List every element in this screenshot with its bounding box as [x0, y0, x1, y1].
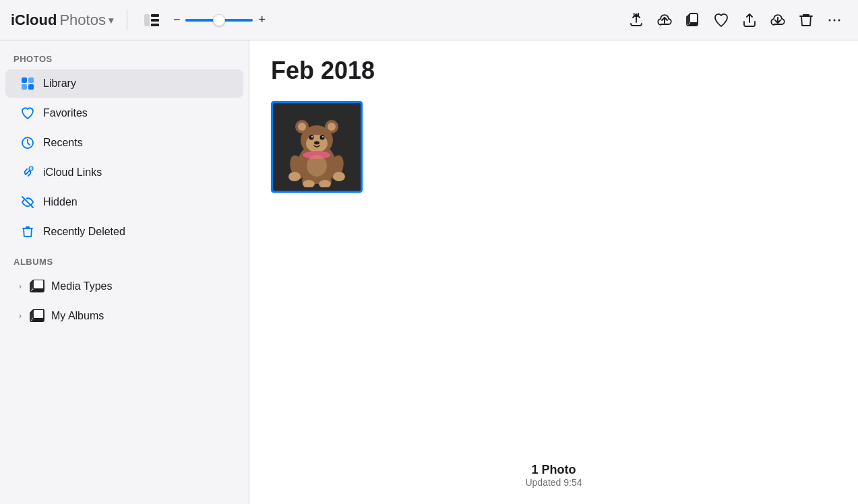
icloud-links-icon [19, 164, 36, 181]
svg-rect-8 [690, 13, 698, 23]
albums-section: Albums › Media Types › [0, 257, 249, 330]
svg-rect-23 [33, 309, 44, 319]
photos-section-label: Photos [0, 54, 249, 69]
download-button[interactable] [765, 7, 791, 33]
content-title: Feb 2018 [271, 57, 836, 85]
sidebar: Photos Library Favorites [0, 40, 249, 504]
share-button[interactable] [737, 7, 762, 33]
svg-rect-1 [151, 14, 159, 17]
upload-cloud-button[interactable] [652, 7, 677, 33]
favorite-button[interactable] [708, 7, 734, 33]
toolbar-divider [127, 10, 127, 30]
photos-grid [249, 96, 858, 198]
app-title: iCloud Photos ▾ [11, 11, 113, 29]
sidebar-item-recently-deleted[interactable]: Recently Deleted [5, 218, 243, 246]
zoom-control: − + [173, 13, 266, 27]
sidebar-item-favorites[interactable]: Favorites [5, 99, 243, 127]
photo-thumb-1[interactable] [271, 101, 363, 193]
app-title-chevron: ▾ [109, 15, 113, 26]
svg-point-35 [322, 136, 324, 137]
recents-icon [19, 134, 36, 152]
my-albums-chevron: › [19, 311, 22, 321]
sidebar-item-recents[interactable]: Recents [5, 129, 243, 157]
svg-point-46 [307, 155, 327, 177]
sidebar-item-icloud-links[interactable]: iCloud Links [5, 158, 243, 187]
sidebar-item-hidden[interactable]: Hidden [5, 188, 243, 216]
zoom-slider[interactable] [185, 19, 253, 22]
delete-button[interactable] [793, 7, 819, 33]
recently-deleted-icon [19, 223, 36, 241]
app-title-photos: Photos [59, 11, 106, 29]
more-button[interactable] [822, 7, 847, 33]
updated-time: Updated 9:54 [525, 477, 582, 488]
svg-rect-0 [144, 14, 150, 26]
my-albums-icon [28, 307, 46, 325]
svg-point-9 [829, 19, 831, 21]
sidebar-item-media-types[interactable]: › Media Types [5, 272, 243, 301]
content-footer: 1 Photo Updated 9:54 [525, 463, 582, 488]
hidden-icon [19, 193, 36, 211]
svg-point-40 [288, 172, 301, 181]
svg-rect-3 [151, 24, 159, 26]
toolbar-right [623, 7, 847, 33]
library-icon [19, 75, 36, 92]
library-label: Library [43, 77, 76, 90]
media-types-chevron: › [19, 282, 22, 291]
main-layout: Photos Library Favorites [0, 40, 858, 504]
svg-point-41 [333, 172, 345, 181]
svg-point-32 [309, 135, 314, 140]
sidebar-item-library[interactable]: Library [5, 69, 243, 98]
albums-section-label: Albums [0, 257, 249, 272]
favorites-icon [19, 104, 36, 122]
svg-rect-15 [28, 84, 34, 90]
photo-count: 1 Photo [525, 463, 582, 477]
zoom-plus-button[interactable]: + [258, 13, 266, 27]
svg-rect-20 [33, 280, 44, 289]
albums-button[interactable] [680, 7, 706, 33]
content-area: Feb 2018 [249, 40, 858, 504]
app-title-icloud: iCloud [11, 11, 57, 29]
content-header: Feb 2018 [249, 40, 858, 96]
media-types-label: Media Types [51, 280, 112, 292]
svg-rect-12 [22, 77, 27, 83]
svg-rect-2 [151, 19, 159, 22]
svg-point-33 [320, 135, 325, 140]
svg-point-11 [838, 19, 840, 21]
media-types-icon [28, 278, 46, 295]
svg-point-17 [29, 166, 33, 170]
svg-point-30 [328, 123, 336, 131]
recents-label: Recents [43, 137, 83, 149]
favorites-label: Favorites [43, 107, 88, 119]
sidebar-toggle-button[interactable] [141, 9, 162, 31]
bear-image [273, 103, 361, 191]
svg-rect-13 [28, 77, 34, 83]
my-albums-label: My Albums [51, 310, 104, 322]
recently-deleted-label: Recently Deleted [43, 226, 125, 238]
sidebar-item-my-albums[interactable]: › My Albums [5, 302, 243, 330]
svg-point-10 [834, 19, 836, 21]
svg-point-34 [311, 136, 313, 137]
svg-point-29 [298, 123, 306, 131]
hidden-label: Hidden [43, 196, 78, 208]
svg-rect-14 [22, 84, 27, 90]
icloud-links-label: iCloud Links [43, 166, 102, 179]
zoom-minus-button[interactable]: − [173, 13, 181, 27]
upload-button[interactable] [623, 7, 649, 33]
svg-point-36 [314, 141, 319, 145]
toolbar: iCloud Photos ▾ − + [0, 0, 858, 40]
